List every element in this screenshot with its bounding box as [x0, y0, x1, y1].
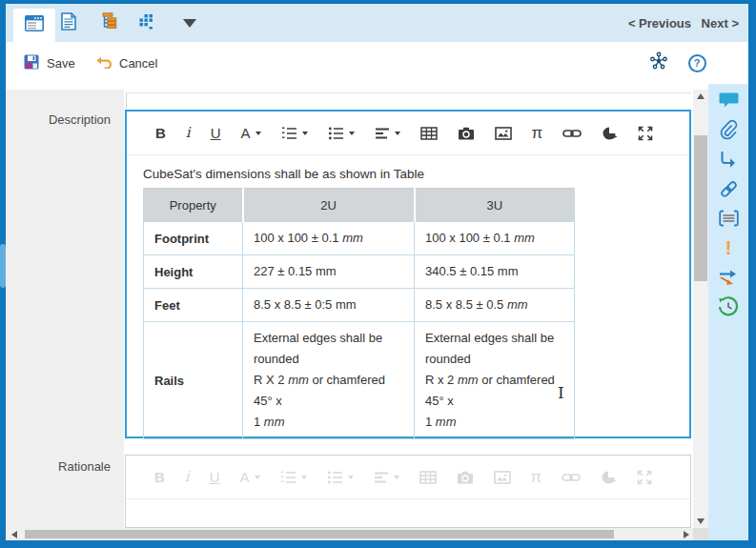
font-color-icon[interactable]: A — [241, 126, 261, 140]
fullscreen-icon[interactable] — [637, 470, 652, 485]
fullscreen-icon[interactable] — [638, 126, 653, 141]
sidebar-item-linked-work-items[interactable] — [718, 149, 739, 170]
sidebar-item-comments[interactable] — [718, 90, 739, 111]
horizontal-scrollbar-thumb[interactable] — [25, 530, 614, 538]
left-panel-handle[interactable] — [0, 244, 6, 288]
underline-icon[interactable]: U — [211, 126, 221, 140]
rationale-content[interactable] — [126, 499, 690, 522]
more-views-dropdown[interactable] — [177, 4, 202, 42]
sidebar-item-history[interactable] — [718, 296, 739, 317]
bold-icon[interactable]: B — [154, 470, 165, 484]
value-cell[interactable]: 8.5 x 8.5 ± 0.5 mm — [415, 289, 575, 322]
scroll-down-icon — [697, 518, 705, 524]
scroll-left-button[interactable] — [7, 528, 22, 540]
previous-item-link[interactable]: < Previous — [628, 4, 691, 42]
hyperlinks-icon — [719, 179, 739, 199]
property-cell[interactable]: Height — [144, 255, 243, 289]
value-cell[interactable]: 100 x 100 ± 0.1 mm — [415, 222, 575, 255]
insert-link-icon[interactable] — [562, 471, 581, 484]
numbered-list-icon[interactable] — [281, 126, 308, 141]
cancel-button[interactable]: Cancel — [94, 42, 157, 84]
vertical-scrollbar-thumb[interactable] — [694, 135, 707, 281]
property-cell[interactable]: Footprint — [144, 222, 243, 255]
math-formula-icon[interactable]: π — [532, 125, 543, 141]
insert-image-icon[interactable] — [494, 470, 511, 485]
attachments-icon — [719, 120, 738, 140]
italic-icon[interactable]: i — [186, 126, 191, 140]
value-cell[interactable]: External edges shall beroundedR X 2 mm o… — [243, 322, 415, 439]
table-header[interactable]: 3U — [415, 189, 575, 222]
vertical-scrollbar[interactable] — [693, 90, 708, 528]
comments-icon — [719, 91, 739, 109]
sidebar-item-hyperlinks[interactable] — [718, 178, 739, 199]
bullet-list-icon[interactable] — [327, 470, 354, 485]
tab-hierarchy-view[interactable] — [90, 4, 128, 42]
view-tab-bar: < Previous Next > — [6, 4, 748, 42]
save-icon — [23, 53, 40, 73]
align-icon[interactable] — [375, 126, 400, 141]
rte-toolbar: B i U A π — [127, 112, 689, 155]
tab-document-view[interactable] — [50, 4, 88, 42]
document-view-icon — [61, 12, 76, 34]
workflow-icon — [649, 51, 668, 74]
work-records-icon — [719, 210, 739, 227]
description-field-label: Description — [49, 112, 111, 127]
property-cell[interactable]: Rails — [144, 322, 243, 439]
value-cell[interactable]: 8.5 x 8.5 ± 0:5 mm — [243, 289, 415, 322]
bold-icon[interactable]: B — [155, 126, 166, 140]
math-formula-icon[interactable]: π — [531, 469, 542, 485]
history-icon — [718, 296, 739, 317]
description-toolbar-slot: B i U A π — [127, 112, 689, 155]
command-toolbar: Save Cancel ? — [6, 42, 748, 85]
font-color-icon[interactable]: A — [240, 470, 260, 484]
scrollbar-corner — [693, 528, 708, 540]
align-icon[interactable] — [374, 470, 399, 485]
previous-field-edge — [126, 92, 691, 109]
rationale-field-label: Rationale — [58, 459, 111, 474]
description-editor[interactable]: B i U A π CubeSat's dimensions shall be … — [125, 110, 691, 438]
sidebar-icon-strip: ! — [708, 84, 748, 540]
next-item-link[interactable]: Next > — [702, 4, 739, 42]
help-button[interactable]: ? — [683, 42, 711, 84]
scroll-up-button[interactable] — [693, 90, 708, 103]
sidebar-item-work-records[interactable] — [718, 208, 739, 229]
description-content[interactable]: CubeSat's dimensions shall be as shown i… — [127, 155, 689, 451]
tab-matrix-view[interactable] — [128, 4, 166, 42]
workflow-signal-button[interactable] — [644, 42, 673, 84]
send-workflow-icon — [718, 268, 739, 287]
scroll-down-button[interactable] — [693, 515, 708, 528]
screenshot-icon[interactable] — [457, 470, 474, 485]
value-cell[interactable]: 227 ± 0.15 mm — [243, 255, 415, 289]
insert-object-icon[interactable] — [602, 126, 618, 141]
cancel-undo-icon — [94, 54, 112, 71]
insert-image-icon[interactable] — [495, 126, 512, 141]
scroll-right-icon — [684, 531, 689, 538]
cubesat-table: Property2U3U Footprint100 x 100 ± 0.1 mm… — [143, 188, 575, 439]
sidebar-item-attachments[interactable] — [718, 119, 739, 140]
bullet-list-icon[interactable] — [328, 126, 355, 141]
rationale-editor[interactable]: B i U A π — [125, 455, 691, 528]
insert-table-icon[interactable] — [420, 126, 438, 141]
numbered-list-icon[interactable] — [280, 470, 307, 485]
table-header[interactable]: 2U — [243, 189, 415, 222]
table-row: Feet8.5 x 8.5 ± 0:5 mm8.5 x 8.5 ± 0.5 mm — [144, 289, 575, 322]
value-cell[interactable]: 100 x 100 ± 0.1 mm — [243, 222, 415, 255]
underline-icon[interactable]: U — [210, 470, 220, 484]
insert-link-icon[interactable] — [562, 127, 582, 140]
sidebar-item-priority[interactable]: ! — [718, 237, 739, 258]
rationale-toolbar-slot: B i U A π — [126, 456, 690, 499]
insert-table-icon[interactable] — [419, 470, 437, 485]
property-cell[interactable]: Feet — [144, 289, 243, 322]
insert-object-icon[interactable] — [601, 470, 617, 485]
save-button[interactable]: Save — [23, 42, 75, 84]
sidebar-item-send-workflow[interactable] — [718, 267, 739, 288]
scroll-right-button[interactable] — [679, 528, 694, 540]
horizontal-scrollbar[interactable] — [6, 528, 708, 540]
table-row: RailsExternal edges shall beroundedR X 2… — [144, 322, 575, 439]
italic-icon[interactable]: i — [185, 470, 190, 484]
linked-work-item-icon — [719, 151, 738, 169]
screenshot-icon[interactable] — [458, 126, 475, 141]
value-cell[interactable]: 340.5 ± 0.15 mm — [415, 255, 575, 289]
value-cell[interactable]: External edges shall beroundedR x 2 mm o… — [415, 322, 575, 439]
table-header[interactable]: Property — [144, 189, 243, 222]
